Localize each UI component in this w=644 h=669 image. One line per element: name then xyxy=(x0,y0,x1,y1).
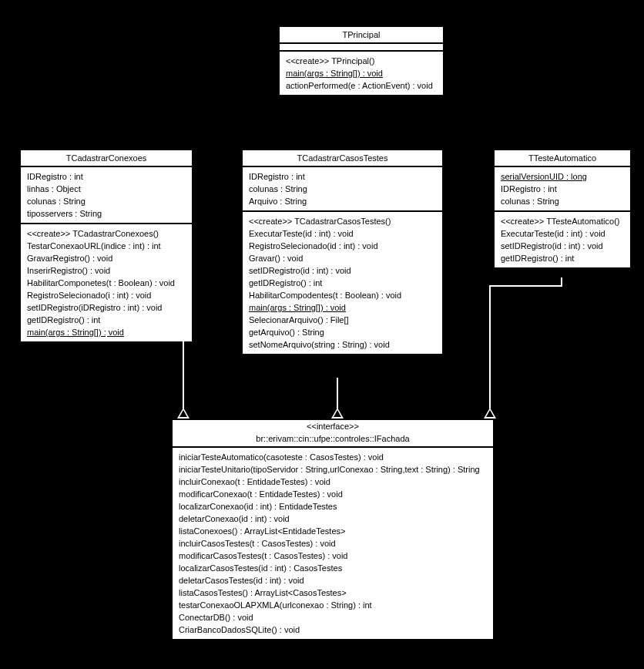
connector-line xyxy=(337,378,338,408)
member-row: RegistroSelecionado(id : int) : void xyxy=(249,240,436,252)
member-row: HabilitarComponetes(t : Boolean) : void xyxy=(27,277,186,289)
member-row: tiposservers : String xyxy=(27,207,186,220)
member-row: deletarCasosTestes(id : int) : void xyxy=(179,574,487,587)
member-row: incluirConexao(t : EntidadeTestes) : voi… xyxy=(179,476,487,488)
class-tcadastrar-conexoes: TCadastrarConexoes IDRegistro : intlinha… xyxy=(19,149,193,343)
methods-section: <<create>> TCadastrarConexoes()TestarCon… xyxy=(21,224,192,341)
realization-arrowhead xyxy=(484,408,496,419)
attrs-section: IDRegistro : intlinhas : Objectcolunas :… xyxy=(21,167,192,224)
attrs-section: IDRegistro : intcolunas : StringArquivo … xyxy=(243,167,442,212)
member-row: CriarBancoDadosSQLite() : void xyxy=(179,624,487,636)
member-row: modificarConexao(t : EntidadeTestes) : v… xyxy=(179,488,487,500)
member-row: IDRegistro : int xyxy=(501,183,624,195)
member-row: actionPerformed(e : ActionEvent) : void xyxy=(286,79,437,92)
class-tcadastrar-casos-testes: TCadastrarCasosTestes IDRegistro : intco… xyxy=(241,149,444,355)
member-row: colunas : String xyxy=(27,195,186,207)
member-row: localizarConexao(id : int) : EntidadeTes… xyxy=(179,500,487,513)
stereotype-label: <<interface>> xyxy=(173,420,493,431)
member-row: getIDRegistro() : int xyxy=(27,314,186,326)
connector-line xyxy=(106,339,184,341)
member-row: <<create>> TPrincipal() xyxy=(286,55,437,67)
member-row: getArquivo() : String xyxy=(249,326,436,338)
member-row: IDRegistro : int xyxy=(249,170,436,183)
class-title: TCadastrarCasosTestes xyxy=(243,150,442,167)
realization-arrowhead xyxy=(177,408,190,419)
attrs-section xyxy=(280,44,443,52)
member-row: Arquivo : String xyxy=(249,195,436,207)
member-row: main(args : String[]) : void xyxy=(249,301,436,314)
member-row: <<create>> TTesteAutomatico() xyxy=(501,215,624,227)
methods-section: <<create>> TPrincipal()main(args : Strin… xyxy=(280,52,443,95)
connector-line xyxy=(561,277,562,287)
member-row: localizarCasosTestes(id : int) : CasosTe… xyxy=(179,562,487,574)
member-row: <<create>> TCadastrarCasosTestes() xyxy=(249,215,436,227)
member-row: listaConexoes() : ArrayList<EntidadeTest… xyxy=(179,525,487,537)
member-row: HabilitarCompodentes(t : Boolean) : void xyxy=(249,289,436,301)
class-title: TTesteAutomatico xyxy=(495,150,630,167)
member-row: RegistroSelecionado(i : int) : void xyxy=(27,289,186,301)
attrs-section: serialVersionUID : longIDRegistro : intc… xyxy=(495,167,630,212)
member-row: setNomeArquivo(string : String) : void xyxy=(249,338,436,351)
member-row: testarConexaoOLAPXMLA(urlconexao : Strin… xyxy=(179,599,487,611)
member-row: colunas : String xyxy=(249,183,436,195)
member-row: setIDRegistro(id : int) : void xyxy=(249,264,436,277)
member-row: serialVersionUID : long xyxy=(501,170,624,183)
connector-line xyxy=(489,285,491,408)
member-row: setIDRegistro(iDRegistro : int) : void xyxy=(27,301,186,314)
member-row: <<create>> TCadastrarConexoes() xyxy=(27,227,186,240)
member-row: deletarConexao(id : int) : void xyxy=(179,513,487,525)
member-row: incluirCasosTestes(t : CasosTestes) : vo… xyxy=(179,537,487,550)
member-row: iniciarTesteUnitario(tipoServidor : Stri… xyxy=(179,463,487,476)
class-title: br::erivam::cin::ufpe::controles::IFacha… xyxy=(173,431,493,448)
interface-ifachada: <<interface>> br::erivam::cin::ufpe::con… xyxy=(171,419,495,640)
member-row: main(args : String[]) : void xyxy=(286,67,437,79)
member-row: TestarConexaoURL(indice : int) : int xyxy=(27,240,186,252)
methods-section: iniciarTesteAutomatico(casoteste : Casos… xyxy=(173,448,493,639)
member-row: listaCasosTestes() : ArrayList<CasosTest… xyxy=(179,587,487,599)
member-row: modificarCasosTestes(t : CasosTestes) : … xyxy=(179,550,487,562)
member-row: ExecutarTeste(id : int) : void xyxy=(249,227,436,240)
member-row: ExecutarTeste(id : int) : void xyxy=(501,227,624,240)
class-title: TCadastrarConexoes xyxy=(21,150,192,167)
connector-line xyxy=(489,285,562,287)
member-row: getIDRegistro() : int xyxy=(501,252,624,264)
member-row: colunas : String xyxy=(501,195,624,207)
member-row: linhas : Object xyxy=(27,183,186,195)
class-tprincipal: TPrincipal <<create>> TPrincipal()main(a… xyxy=(278,25,444,96)
class-title: TPrincipal xyxy=(280,27,443,44)
connector-line xyxy=(183,339,184,408)
connector-line xyxy=(106,331,107,341)
member-row: setIDRegistro(id : int) : void xyxy=(501,240,624,252)
member-row: IDRegistro : int xyxy=(27,170,186,183)
member-row: GravarRegistro() : void xyxy=(27,252,186,264)
class-tteste-automatico: TTesteAutomatico serialVersionUID : long… xyxy=(493,149,632,269)
member-row: iniciarTesteAutomatico(casoteste : Casos… xyxy=(179,451,487,463)
methods-section: <<create>> TCadastrarCasosTestes()Execut… xyxy=(243,212,442,354)
realization-arrowhead xyxy=(331,408,344,419)
member-row: Gravar() : void xyxy=(249,252,436,264)
methods-section: <<create>> TTesteAutomatico()ExecutarTes… xyxy=(495,212,630,267)
member-row: getIDRegistro() : int xyxy=(249,277,436,289)
member-row: SelecionarArquivo() : File[] xyxy=(249,314,436,326)
member-row: InserirRegistro() : void xyxy=(27,264,186,277)
member-row: ConectarDB() : void xyxy=(179,611,487,624)
